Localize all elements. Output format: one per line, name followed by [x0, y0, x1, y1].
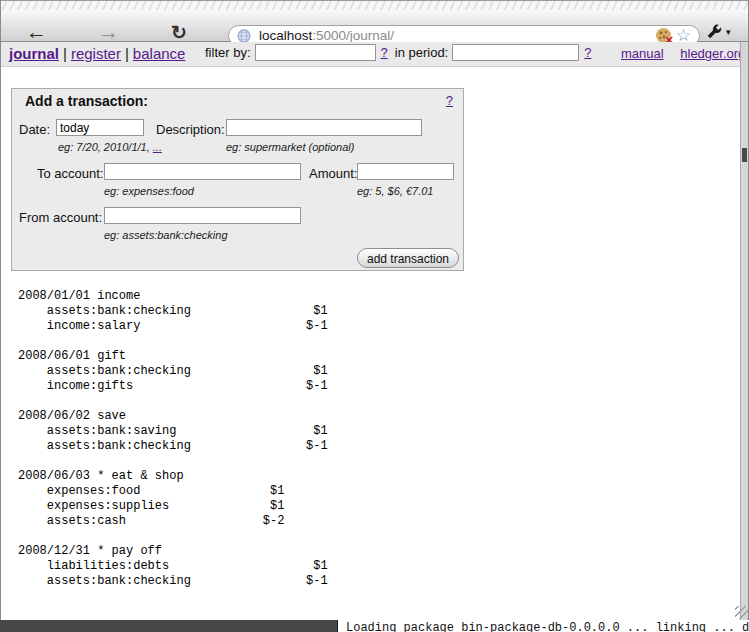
back-icon[interactable]: ←: [26, 22, 47, 42]
from-account-label: From account:: [19, 210, 102, 225]
nav-link-register[interactable]: register: [71, 45, 121, 62]
filter-help-link[interactable]: ?: [381, 45, 388, 60]
from-account-hint: eg: assets:bank:checking: [104, 229, 228, 241]
manual-link[interactable]: manual: [621, 46, 664, 61]
form-help-link[interactable]: ?: [446, 93, 453, 108]
filter-input[interactable]: [255, 44, 376, 61]
add-transaction-button[interactable]: add transaction: [357, 248, 459, 268]
description-label: Description:: [156, 122, 225, 137]
description-hint: eg: supermarket (optional): [226, 141, 354, 153]
reload-icon[interactable]: ↻: [171, 23, 187, 43]
date-hint-more-link[interactable]: ...: [153, 141, 162, 153]
chevron-down-icon: ▾: [726, 27, 731, 37]
filter-by-label: filter by:: [205, 45, 251, 60]
period-input[interactable]: [452, 44, 579, 61]
nav-link-balance[interactable]: balance: [133, 45, 186, 62]
url-host: localhost: [259, 28, 312, 43]
external-links: manual hledger.org: [621, 46, 745, 61]
globe-icon: [237, 29, 251, 43]
amount-label: Amount:: [309, 166, 357, 181]
browser-window: ← → ↻ localhost:5000/journal/ ✕ ☆: [0, 0, 749, 632]
date-hint-text: eg: 7/20, 2010/1/1,: [58, 141, 153, 153]
amount-hint: eg: 5, $6, €7.01: [357, 185, 433, 197]
url-path: :5000/journal/: [312, 28, 394, 43]
date-label: Date:: [19, 122, 50, 137]
browser-toolbar: ← → ↻ localhost:5000/journal/ ✕ ☆: [0, 10, 749, 42]
period-help-link[interactable]: ?: [584, 45, 591, 60]
nav-link-journal[interactable]: journal: [9, 45, 59, 62]
terminal-output: Loading package bin-package-db-0.0.0.0 .…: [346, 621, 749, 632]
nav-separator: |: [125, 45, 129, 62]
date-hint: eg: 7/20, 2010/1/1, ...: [58, 141, 162, 153]
bookmark-star-icon[interactable]: ☆: [676, 28, 691, 43]
scrollbar-thumb[interactable]: [742, 148, 747, 162]
cookie-blocked-icon[interactable]: ✕: [656, 28, 671, 43]
desktop-background: Loading package bin-package-db-0.0.0.0 .…: [0, 620, 749, 632]
forward-icon[interactable]: →: [98, 22, 119, 42]
url-text[interactable]: localhost:5000/journal/: [259, 28, 394, 43]
add-transaction-form: Add a transaction: ? Date: Description: …: [11, 88, 464, 271]
to-account-hint: eg: expenses:food: [104, 185, 194, 197]
view-links: journal|register|balance: [9, 45, 185, 62]
window-resize-grip[interactable]: [735, 606, 748, 619]
in-period-label: in period:: [395, 45, 448, 60]
terminal-window[interactable]: Loading package bin-package-db-0.0.0.0 .…: [337, 620, 749, 632]
to-account-label: To account:: [37, 166, 104, 181]
filter-controls: filter by: ? in period: ?: [205, 44, 598, 61]
date-field[interactable]: [56, 119, 144, 136]
scrollbar-track[interactable]: [740, 42, 748, 620]
browser-menu-button[interactable]: ▾: [707, 24, 731, 39]
hledger-org-link[interactable]: hledger.org: [680, 46, 745, 61]
form-title: Add a transaction:: [25, 93, 148, 109]
journal-text: 2008/01/01 income assets:bank:checking $…: [18, 289, 328, 589]
description-field[interactable]: [226, 119, 422, 136]
window-titlebar[interactable]: [0, 0, 749, 10]
from-account-field[interactable]: [104, 207, 301, 224]
nav-separator: |: [63, 45, 67, 62]
to-account-field[interactable]: [104, 163, 301, 180]
wrench-icon: [707, 24, 722, 39]
amount-field[interactable]: [357, 163, 454, 180]
